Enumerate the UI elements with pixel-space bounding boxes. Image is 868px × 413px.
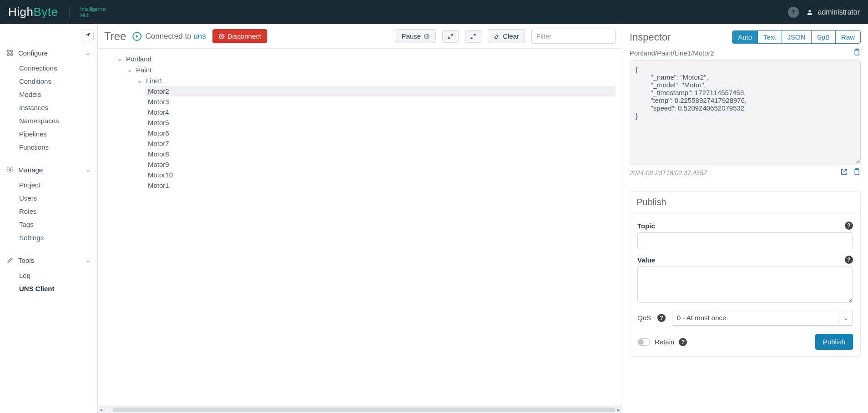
inspector-tab-spb[interactable]: SpB xyxy=(811,31,835,43)
sidebar-item-log[interactable]: Log xyxy=(19,269,97,282)
sidebar-item-functions[interactable]: Functions xyxy=(19,141,97,154)
brand-separator xyxy=(69,6,70,19)
tree-node-motor[interactable]: Motor9 xyxy=(145,159,616,170)
nav-section-manage[interactable]: Manage ⌄ xyxy=(0,162,97,177)
topic-help-icon[interactable]: ? xyxy=(845,222,853,230)
scrollbar-thumb[interactable] xyxy=(112,408,616,412)
sidebar-item-conditions[interactable]: Conditions xyxy=(19,75,97,88)
sidebar-item-namespaces[interactable]: Namespaces xyxy=(19,114,97,127)
inspector-tab-auto[interactable]: Auto xyxy=(732,31,757,43)
qos-select[interactable]: 0 - At most once xyxy=(672,310,853,326)
tree-node-motor[interactable]: Motor3 xyxy=(145,96,616,107)
svg-rect-1 xyxy=(7,50,9,52)
tree-node-motor[interactable]: Motor7 xyxy=(145,138,616,149)
inspector-json: { "_name": "Motor2", "_model": "Motor", … xyxy=(630,60,861,165)
open-external-button[interactable] xyxy=(840,168,848,177)
scroll-right-icon: ▸ xyxy=(616,407,622,413)
svg-rect-4 xyxy=(11,54,13,55)
pause-icon xyxy=(424,33,430,40)
inspector-tab-raw[interactable]: Raw xyxy=(835,31,860,43)
inspector-timestamp: 2024-09-23T18:02:37.455Z xyxy=(630,169,707,176)
status-target: uns xyxy=(193,32,206,40)
publish-button[interactable]: Publish xyxy=(815,334,853,350)
nav-section-configure[interactable]: Configure ⌄ xyxy=(0,45,97,60)
tree-node-motor[interactable]: Motor4 xyxy=(145,107,616,117)
clipboard-icon xyxy=(853,48,861,56)
tree-title: Tree xyxy=(104,30,126,43)
sidebar-item-models[interactable]: Models xyxy=(19,88,97,101)
collapse-all-button[interactable] xyxy=(465,30,481,43)
external-link-icon xyxy=(840,168,848,176)
expand-all-button[interactable] xyxy=(442,30,459,43)
tree-label: Motor5 xyxy=(148,119,169,126)
scroll-left-icon: ◂ xyxy=(98,407,104,413)
copy-json-button[interactable] xyxy=(853,168,861,177)
sidebar-item-connections[interactable]: Connections xyxy=(19,61,97,75)
tree-node-motor[interactable]: Motor6 xyxy=(145,128,616,138)
user-menu[interactable]: administrator xyxy=(806,8,860,16)
publish-card: Publish Topic ? Value ? QoS ? 0 xyxy=(630,191,861,357)
nav-section-tools[interactable]: Tools ⌄ xyxy=(0,252,97,268)
horizontal-scrollbar[interactable]: ◂ ▸ xyxy=(98,406,622,413)
tree-node-motor[interactable]: Motor1 xyxy=(145,180,616,191)
publish-button-label: Publish xyxy=(823,338,845,346)
chevron-down-icon: ⌄ xyxy=(85,166,91,174)
inspector-tab-text[interactable]: Text xyxy=(757,31,782,43)
tree-node-motor[interactable]: Motor8 xyxy=(145,149,616,159)
tree-label: Motor4 xyxy=(148,108,169,116)
pause-button[interactable]: Pause xyxy=(396,29,436,43)
sidebar-item-pipelines[interactable]: Pipelines xyxy=(19,127,97,141)
retain-help-icon[interactable]: ? xyxy=(679,338,687,346)
tree-label: Motor2 xyxy=(148,87,169,95)
sidebar-item-users[interactable]: Users xyxy=(19,191,97,205)
value-input[interactable] xyxy=(637,267,853,303)
clear-button[interactable]: Clear xyxy=(488,29,525,43)
sidebar-item-settings[interactable]: Settings xyxy=(19,231,97,244)
chevron-down-icon: ⌄ xyxy=(85,49,91,57)
tree-node-portland[interactable]: ⌄ Portland xyxy=(113,53,616,64)
tree-label: Paint xyxy=(136,66,151,74)
tree-node-paint[interactable]: ⌄ Paint xyxy=(123,64,616,75)
tree-label: Motor6 xyxy=(148,129,169,137)
chevron-down-icon: ⌄ xyxy=(136,76,143,85)
status-prefix: Connected to xyxy=(145,32,193,40)
tree-node-motor[interactable]: Motor2 xyxy=(145,86,616,96)
help-icon[interactable]: ? xyxy=(788,7,799,18)
pin-icon xyxy=(84,32,91,39)
clipboard-icon xyxy=(853,168,861,176)
center-panel: Tree Connected to uns Disconnect Pause xyxy=(98,24,622,413)
svg-rect-3 xyxy=(7,54,9,55)
tree-node-line1[interactable]: ⌄ Line1 xyxy=(133,75,616,86)
tree-node-motor[interactable]: Motor5 xyxy=(145,117,616,128)
filter-input[interactable] xyxy=(531,29,616,44)
inspector-title: Inspector xyxy=(630,31,671,43)
resize-handle-icon[interactable]: ◢ xyxy=(855,157,859,164)
topic-input[interactable] xyxy=(637,232,853,249)
expand-icon xyxy=(447,33,454,40)
sidebar-item-roles[interactable]: Roles xyxy=(19,205,97,218)
tree-node-motor[interactable]: Motor10 xyxy=(145,170,616,180)
qos-help-icon[interactable]: ? xyxy=(657,314,666,322)
pause-label: Pause xyxy=(402,32,421,40)
nav-manage-label: Manage xyxy=(18,166,43,174)
tree-label: Motor8 xyxy=(148,150,169,158)
disconnect-button[interactable]: Disconnect xyxy=(212,29,267,43)
sidebar: Configure ⌄ Connections Conditions Model… xyxy=(0,24,98,413)
copy-path-button[interactable] xyxy=(853,48,861,58)
tools-icon xyxy=(6,257,14,264)
tree-label: Line1 xyxy=(146,77,163,85)
retain-toggle[interactable] xyxy=(637,338,650,346)
tree-view[interactable]: ⌄ Portland ⌄ Paint ⌄ Line1 Motor2Motor3M… xyxy=(98,49,622,406)
svg-point-7 xyxy=(424,34,429,39)
sidebar-item-tags[interactable]: Tags xyxy=(19,218,97,231)
pin-sidebar-button[interactable] xyxy=(82,30,94,41)
value-help-icon[interactable]: ? xyxy=(845,256,853,264)
tree-label: Motor1 xyxy=(148,181,169,189)
sidebar-item-instances[interactable]: Instances xyxy=(19,101,97,114)
retain-label: Retain xyxy=(655,338,674,346)
inspector-tab-json[interactable]: JSON xyxy=(782,31,811,43)
publish-title: Publish xyxy=(630,191,860,213)
sidebar-item-project[interactable]: Project xyxy=(19,178,97,191)
tree-label: Motor9 xyxy=(148,161,169,168)
sidebar-item-uns-client[interactable]: UNS Client xyxy=(19,282,97,295)
